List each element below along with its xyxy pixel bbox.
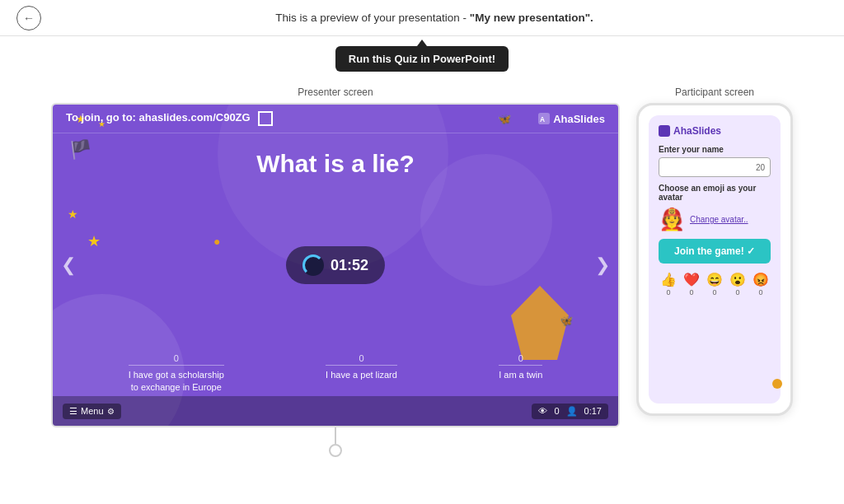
answer-options: 0 I have got a scholarshipto exchange in… — [53, 353, 618, 393]
settings-icon: ⚙ — [107, 407, 115, 416]
phone-logo-icon — [659, 125, 670, 137]
projector-stand — [329, 427, 342, 457]
header: ← This is a preview of your presentation… — [0, 0, 844, 36]
butterfly-2: 🦋 — [560, 315, 573, 327]
eye-icon: 👁 — [538, 406, 547, 416]
answer-option-1: 0 I have got a scholarshipto exchange in… — [129, 353, 224, 393]
presenter-slide: 🏴 ★ ★ ★ ★ ● 🦋 🦋 To join, go to: ahaslide… — [53, 105, 618, 426]
reaction-laugh[interactable]: 😄 0 — [706, 272, 723, 296]
presenter-section: Presenter screen 🏴 ★ ★ ★ ★ ● 🦋 🦋 — [51, 86, 620, 457]
qr-icon — [258, 111, 273, 126]
presenter-bottom-bar: ☰ Menu ⚙ 👁 0 👤 0:17 — [53, 396, 618, 426]
bottom-stats: 👁 0 👤 0:17 — [532, 404, 608, 419]
reaction-wow[interactable]: 😮 0 — [729, 272, 746, 296]
phone-frame: AhaSlides Enter your name 20 Choose an e… — [636, 103, 793, 416]
heart-count: 0 — [689, 288, 693, 296]
phone-brand-text: AhaSlides — [673, 125, 721, 137]
stand-base — [329, 444, 342, 457]
answer-label-1: I have got a scholarshipto exchange in E… — [129, 369, 224, 393]
heart-icon: ❤️ — [683, 272, 700, 287]
menu-label: Menu — [81, 406, 104, 416]
answer-option-3: 0 I am a twin — [499, 353, 542, 393]
presenter-top-bar: To join, go to: ahaslides.com/C90ZG A Ah… — [53, 105, 618, 133]
answer-count-3: 0 — [499, 353, 542, 363]
person-icon: 👤 — [566, 406, 578, 417]
svg-text:A: A — [540, 115, 545, 124]
timer-value: 01:52 — [331, 257, 368, 274]
timer-display: 01:52 — [286, 246, 385, 284]
stand-line — [335, 427, 336, 444]
reaction-angry[interactable]: 😡 0 — [753, 272, 769, 296]
char-count: 20 — [756, 163, 765, 172]
star-2: ★ — [68, 208, 78, 221]
laugh-count: 0 — [712, 288, 716, 296]
answer-count-1: 0 — [129, 353, 224, 363]
choose-avatar-label: Choose an emoji as your avatar — [659, 184, 771, 202]
presenter-frame: 🏴 ★ ★ ★ ★ ● 🦋 🦋 To join, go to: ahaslide… — [51, 103, 620, 427]
ahaslides-brand: A AhaSlides — [538, 113, 605, 125]
answer-divider-2 — [326, 365, 397, 366]
view-count: 0 — [554, 406, 559, 416]
main-content: Presenter screen 🏴 ★ ★ ★ ★ ● 🦋 🦋 — [0, 80, 844, 457]
cta-wrapper: Run this Quiz in PowerPoint! — [0, 46, 844, 72]
angry-count: 0 — [758, 288, 762, 296]
reaction-heart[interactable]: ❤️ 0 — [683, 272, 700, 296]
participant-time: 0:17 — [584, 406, 602, 416]
name-input[interactable]: 20 — [659, 157, 771, 177]
participant-section: Participant screen AhaSlides Enter your … — [636, 86, 793, 416]
back-button[interactable]: ← — [16, 6, 41, 30]
star-1: ★ — [87, 232, 101, 250]
phone-brand: AhaSlides — [659, 125, 771, 137]
phone-inner: AhaSlides Enter your name 20 Choose an e… — [649, 115, 781, 404]
answer-label-3: I am a twin — [499, 369, 542, 380]
preview-text: This is a preview of your presentation -… — [41, 12, 828, 24]
laugh-icon: 😄 — [706, 272, 723, 287]
like-count: 0 — [666, 288, 670, 296]
answer-divider-1 — [129, 365, 224, 366]
back-arrow-icon: ← — [23, 12, 35, 25]
next-slide-button[interactable]: ❯ — [595, 254, 610, 276]
answer-count-2: 0 — [326, 353, 397, 363]
menu-button[interactable]: ☰ Menu ⚙ — [63, 404, 121, 419]
answer-option-2: 0 I have a pet lizard — [326, 353, 397, 393]
prev-slide-button[interactable]: ❮ — [61, 254, 76, 276]
enter-name-label: Enter your name — [659, 145, 771, 154]
gold-circle: ● — [213, 235, 220, 248]
emoji-reactions: 👍 0 ❤️ 0 😄 0 😮 0 — [659, 272, 771, 296]
participant-screen-label: Participant screen — [675, 86, 754, 98]
wow-count: 0 — [735, 288, 739, 296]
angry-icon: 😡 — [753, 272, 769, 287]
join-game-button[interactable]: Join the game! ✓ — [659, 239, 771, 264]
reaction-like[interactable]: 👍 0 — [660, 272, 677, 296]
wow-icon: 😮 — [729, 272, 746, 287]
brand-icon: A — [538, 113, 550, 124]
quiz-title: What is a lie? — [53, 150, 618, 178]
answer-divider-3 — [499, 365, 542, 366]
answer-label-2: I have a pet lizard — [326, 369, 397, 380]
presenter-screen-label: Presenter screen — [298, 86, 373, 98]
gold-dot — [772, 379, 782, 389]
avatar-row: 🧑‍🚒 Change avatar.. — [659, 207, 771, 232]
timer-ring-icon — [302, 254, 324, 276]
menu-icon: ☰ — [69, 406, 77, 417]
change-avatar-link[interactable]: Change avatar.. — [690, 215, 748, 224]
avatar-emoji: 🧑‍🚒 — [659, 207, 685, 232]
join-url: To join, go to: ahaslides.com/C90ZG — [66, 111, 273, 126]
like-icon: 👍 — [660, 272, 677, 287]
run-quiz-button[interactable]: Run this Quiz in PowerPoint! — [335, 46, 509, 72]
